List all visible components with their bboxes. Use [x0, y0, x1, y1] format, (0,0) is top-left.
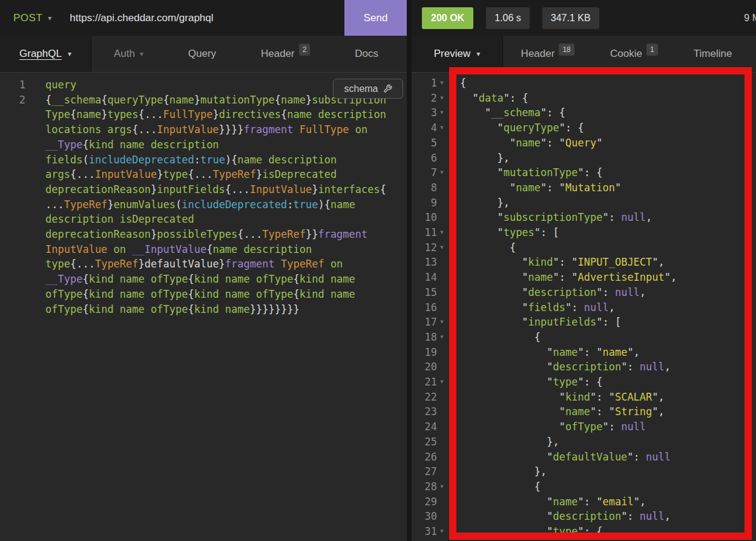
line-number: 17	[412, 315, 437, 330]
tab-auth-label: Auth	[114, 48, 135, 60]
code-text: fields(includeDeprecated:true){name desc…	[45, 152, 337, 168]
fold-caret-icon[interactable]: ▾	[437, 375, 447, 390]
response-history-label[interactable]: 9 M	[744, 13, 756, 24]
fold-caret-icon[interactable]: ▾	[437, 120, 447, 136]
fold-caret-icon[interactable]: ▾	[437, 165, 447, 180]
code-text: {	[460, 479, 541, 494]
fold-caret-icon[interactable]: ▾	[437, 330, 447, 345]
line-number	[0, 257, 25, 272]
line-number	[0, 197, 25, 212]
line-number: 24	[412, 419, 437, 434]
fold-spacer	[437, 345, 447, 360]
fold-caret-icon[interactable]: ▾	[437, 479, 447, 494]
fold-spacer	[437, 300, 447, 315]
graphql-query-editor[interactable]: 1query2{__schema{queryType{name}mutation…	[0, 73, 407, 541]
tab-query[interactable]: Query	[188, 48, 216, 60]
fold-caret-icon[interactable]: ▾	[437, 524, 447, 539]
response-line: 7▾ "mutationType": {	[412, 165, 756, 180]
tab-docs-label: Docs	[355, 48, 378, 60]
tab-cookie[interactable]: Cookie 1	[610, 48, 658, 60]
query-line: ...TypeRef}enumValues(includeDeprecated:…	[0, 197, 407, 212]
code-text: deprecationReason}inputFields{...InputVa…	[45, 182, 386, 197]
wrench-icon	[383, 84, 392, 93]
line-number: 31	[412, 524, 437, 539]
fold-spacer	[437, 285, 447, 300]
query-line: ofType{kind name ofType{kind name ofType…	[0, 287, 407, 302]
code-text: "kind": "SCALAR",	[460, 390, 665, 405]
chevron-down-icon: ▾	[476, 50, 480, 58]
line-number: 21	[412, 375, 437, 390]
fold-spacer	[437, 136, 447, 151]
fold-caret-icon[interactable]: ▾	[437, 105, 447, 120]
schema-button[interactable]: schema	[333, 79, 403, 99]
response-line: 8 "name": "Mutation"	[412, 180, 756, 195]
fold-spacer	[437, 270, 447, 285]
pane-divider[interactable]	[407, 0, 412, 541]
line-number: 9	[412, 195, 437, 211]
query-line: Type{name}types{...FullType}directives{n…	[0, 107, 407, 122]
line-number	[0, 227, 25, 242]
tab-timeline[interactable]: Timeline	[694, 48, 732, 60]
response-time-badge: 1.06 s	[486, 7, 530, 29]
response-line: 28▾ {	[412, 479, 756, 494]
query-line: type{...TypeRef}defaultValue}fragment Ty…	[0, 257, 407, 272]
line-number: 27	[412, 464, 437, 479]
code-text: "kind": "INPUT_OBJECT",	[460, 255, 665, 270]
fold-spacer	[437, 450, 447, 465]
line-number	[0, 152, 25, 168]
line-number: 8	[412, 180, 437, 195]
tab-timeline-label: Timeline	[694, 48, 732, 60]
response-line: 26 "defaultValue": null	[412, 450, 756, 465]
code-text: query	[45, 77, 76, 93]
response-line: 24 "ofType": null	[412, 419, 756, 434]
response-line: 3▾ "__schema": {	[412, 105, 756, 120]
response-line: 18▾ {	[412, 330, 756, 345]
send-button[interactable]: Send	[344, 0, 407, 36]
query-line: InputValue on __InputValue{name descript…	[0, 242, 407, 257]
response-line: 20 "description": null,	[412, 359, 756, 375]
url-input[interactable]: https://api.cheddar.com/graphql	[70, 12, 213, 24]
fold-caret-icon[interactable]: ▾	[437, 315, 447, 330]
line-number	[0, 182, 25, 197]
response-preview[interactable]: 1▾{2▾ "data": {3▾ "__schema": {4▾ "query…	[412, 73, 756, 541]
fold-caret-icon[interactable]: ▾	[437, 76, 447, 91]
fold-spacer	[437, 151, 447, 166]
line-number: 3	[412, 105, 437, 120]
response-line: 29 "name": "email",	[412, 494, 756, 510]
query-line: description isDeprecated	[0, 212, 407, 227]
response-line: 23 "name": "String",	[412, 404, 756, 419]
fold-caret-icon[interactable]: ▾	[437, 225, 447, 240]
line-number: 30	[412, 509, 437, 524]
code-text: __Type{kind name description	[45, 137, 219, 152]
code-text: {	[460, 76, 466, 91]
response-line: 16 "fields": null,	[412, 300, 756, 315]
code-text: "description": null,	[460, 285, 646, 300]
code-text: },	[460, 434, 559, 450]
preview-mode-label: Preview	[434, 48, 470, 60]
tab-docs[interactable]: Docs	[355, 48, 378, 60]
fold-spacer	[437, 255, 447, 270]
chevron-down-icon: ▾	[68, 50, 71, 58]
code-text: "name": "name",	[460, 345, 640, 360]
preview-mode-dropdown[interactable]: Preview ▾	[412, 36, 503, 72]
response-line: 15 "description": null,	[412, 285, 756, 300]
response-size-badge: 347.1 KB	[542, 7, 599, 29]
code-text: {	[460, 330, 541, 345]
code-text: args{...InputValue}type{...TypeRef}isDep…	[45, 167, 337, 182]
response-line: 11▾ "types": [	[412, 225, 756, 240]
request-tab-bar: GraphQL ▾ Auth ▾ Query Header 2 Docs	[0, 36, 407, 73]
tab-query-label: Query	[188, 48, 216, 60]
tab-response-header[interactable]: Header 18	[521, 48, 574, 60]
query-line: fields(includeDeprecated:true){name desc…	[0, 152, 407, 168]
tab-auth[interactable]: Auth ▾	[114, 48, 143, 60]
fold-caret-icon[interactable]: ▾	[437, 91, 447, 106]
code-text: "__schema": {	[460, 105, 565, 120]
method-dropdown[interactable]: POST ▾	[13, 12, 51, 24]
tab-header[interactable]: Header 2	[261, 48, 310, 60]
fold-caret-icon[interactable]: ▾	[437, 240, 447, 255]
line-number: 16	[412, 300, 437, 315]
line-number: 20	[412, 359, 437, 375]
body-type-dropdown[interactable]: GraphQL ▾	[0, 36, 91, 72]
code-text: ofType{kind name ofType{kind name ofType…	[45, 287, 355, 302]
query-line: deprecationReason}inputFields{...InputVa…	[0, 182, 407, 197]
